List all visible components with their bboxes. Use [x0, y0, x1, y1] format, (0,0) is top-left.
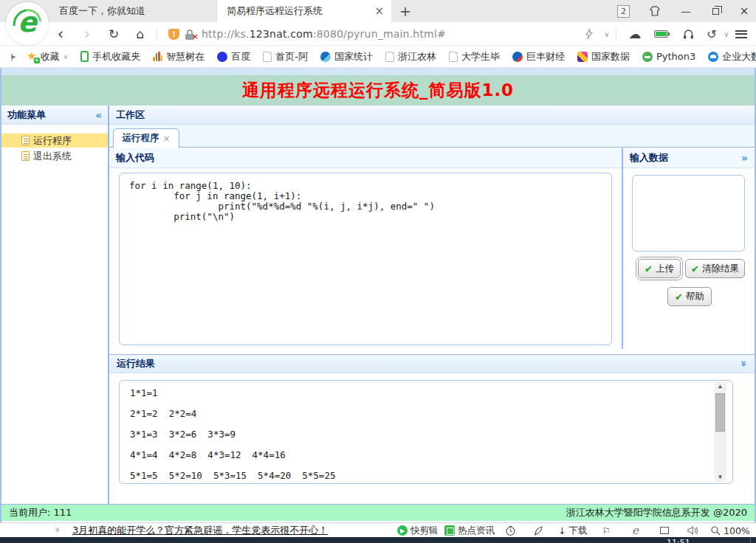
input-data-header: 输入数据 » — [623, 148, 755, 168]
collapse-panel-icon[interactable]: » — [741, 153, 748, 163]
baidu-icon — [217, 52, 227, 62]
main-menu-button[interactable] — [732, 22, 750, 46]
pin-icon: |▸ — [10, 52, 14, 61]
bookmark-python3[interactable]: Python3 — [642, 51, 695, 62]
restore-button[interactable] — [706, 4, 725, 18]
proxy-rocket-button[interactable] — [533, 523, 544, 538]
scroll-up-icon[interactable]: ▲ — [718, 384, 722, 390]
reading-mode-icon[interactable] — [580, 22, 598, 46]
address-bar[interactable]: ! × http://ks.123nat.com:8080/pyrun_main… — [168, 22, 446, 46]
bookmark-baidu[interactable]: 百度 — [217, 50, 250, 63]
help-button[interactable]: ✔ 帮助 — [667, 287, 712, 306]
new-tab-button[interactable]: + — [397, 3, 413, 19]
zoom-control[interactable]: 100% — [710, 523, 750, 538]
security-shield-icon[interactable]: ! — [168, 29, 179, 40]
bookmark-graduate[interactable]: 大学生毕 — [449, 50, 500, 63]
check-icon: ✔ — [645, 263, 653, 274]
headphones-icon — [682, 28, 695, 40]
page-top-strip — [1, 68, 755, 75]
zoom-level: 100% — [724, 525, 750, 536]
mute-button[interactable] — [687, 523, 698, 538]
upload-button[interactable]: ✔ 上传 — [638, 259, 681, 278]
cloud-sync-button[interactable]: ☁ — [626, 22, 644, 46]
audio-headset-button[interactable] — [679, 22, 697, 46]
code-panel-header: 输入代码 — [109, 148, 622, 168]
collapse-sidebar-icon[interactable]: « — [95, 110, 102, 120]
forward-button[interactable]: › — [78, 22, 96, 46]
chevron-down-icon: ∨ — [63, 53, 69, 60]
bookmark-stats-bureau[interactable]: 国家统计 — [320, 50, 373, 63]
quick-clip-tool[interactable]: ▶ 快剪辑 — [397, 523, 439, 538]
workspace-tab-strip: 运行程序 × — [109, 125, 755, 148]
battery-saver-button[interactable] — [654, 30, 668, 38]
window-close-button[interactable]: × — [735, 4, 754, 18]
check-icon: ✔ — [691, 263, 699, 274]
clear-results-button[interactable]: ✔ 清除结果 — [685, 259, 745, 278]
flag-icon: ⚐ — [602, 525, 611, 536]
theme-skin-button[interactable] — [645, 4, 664, 18]
tab-run-program[interactable]: 运行程序 × — [113, 128, 179, 148]
sidebar-item-run-program[interactable]: 运行程序 — [1, 134, 108, 148]
insecure-lock-icon[interactable]: × — [185, 29, 196, 40]
collapse-down-icon[interactable]: » — [738, 360, 749, 367]
sidebar-menu: 运行程序 退出系统 — [1, 125, 108, 163]
tab-close-icon[interactable]: × — [162, 134, 170, 144]
scrollbar-thumb[interactable] — [715, 393, 725, 432]
tab-active-pyrun[interactable]: 简易程序远程运行系统 × — [217, 0, 391, 22]
window-icon — [660, 527, 669, 534]
back-button[interactable]: ‹ — [52, 22, 69, 46]
tab-close-icon[interactable]: × — [374, 4, 384, 18]
lightning-icon — [584, 28, 594, 40]
page-icon — [385, 52, 394, 62]
bookmarks-bar: |▸ ★+ 收藏 ∨ 手机收藏夹 智慧树在 百度 首页-阿 国家统计 浙江农林 — [0, 46, 756, 68]
game-center-button[interactable] — [505, 523, 516, 538]
taskbar-clock[interactable]: 11:51 — [667, 538, 690, 543]
bookmark-sidebar-toggle[interactable]: |▸ — [10, 52, 14, 61]
browser-logo-menu[interactable]: e — [6, 2, 49, 45]
bookmark-enterprise-data[interactable]: 企业大数 — [708, 50, 756, 63]
result-panel-header: 运行结果 » — [109, 354, 755, 373]
sidebar-item-exit-system[interactable]: 退出系统 — [1, 149, 108, 163]
windows-taskbar[interactable]: 11:51 — [0, 537, 756, 543]
current-user-label: 当前用户: 111 — [9, 506, 72, 519]
data-input[interactable] — [632, 175, 745, 252]
screen: e 百度一下，你就知道 简易程序远程运行系统 × + 2 — × ‹ › ↻ ⌂… — [0, 0, 756, 543]
bookmark-national-data[interactable]: 国家数据 — [577, 50, 630, 63]
report-flag-button[interactable]: ⚐ — [602, 523, 611, 538]
bookmark-zhihuishu[interactable]: 智慧树在 — [153, 50, 205, 63]
workspace: 工作区 运行程序 × 输入代码 for i in range(1, 10): f… — [109, 106, 755, 504]
credit-label: 浙江农林大学暨阳学院信息系开发 @2020 — [566, 506, 747, 519]
tab-baidu[interactable]: 百度一下，你就知道 — [49, 0, 217, 22]
result-panel: 运行结果 » 1*1=1 2*1=2 2*2=4 3*1=3 3*2=6 3*3… — [109, 354, 755, 504]
scroll-down-icon[interactable]: ▼ — [718, 474, 722, 480]
tshirt-icon — [648, 5, 662, 17]
result-scrollbar[interactable]: ▲ ▼ — [714, 382, 726, 482]
jufeng-icon — [512, 52, 523, 62]
bookmark-favorites[interactable]: ★+ 收藏 ∨ — [27, 50, 68, 63]
address-dropdown-caret[interactable]: ∨ — [598, 22, 616, 46]
bookmark-jufeng[interactable]: 巨丰财经 — [512, 50, 565, 63]
bookmark-phone-favorites[interactable]: 手机收藏夹 — [80, 50, 140, 63]
tab-title: 百度一下，你就知道 — [59, 4, 145, 18]
download-tool[interactable]: ↓ 下载 — [558, 523, 587, 538]
news-ticker-link[interactable]: 3月初真的能开学么？官方紧急辟谣，学生党表示很不开心！ — [72, 524, 328, 537]
result-output[interactable]: 1*1=1 2*1=2 2*2=4 3*1=3 3*2=6 3*3=9 4*1=… — [119, 380, 733, 484]
bookmark-homepage[interactable]: 首页-阿 — [263, 50, 308, 63]
code-input[interactable]: for i in range(1, 10): for j in range(1,… — [119, 173, 612, 345]
minimize-button[interactable]: — — [676, 4, 695, 18]
workspace-main: 输入代码 for i in range(1, 10): for j in ran… — [109, 148, 755, 504]
bookmark-zafu[interactable]: 浙江农林 — [385, 50, 436, 63]
download-icon: ↓ — [558, 525, 566, 536]
split-window-button[interactable] — [660, 523, 669, 538]
rocket-icon — [533, 525, 544, 536]
enterprise-icon — [708, 52, 718, 62]
tab-count-badge[interactable]: 2 — [617, 5, 630, 18]
ie-mode-button[interactable]: e — [632, 523, 639, 538]
news-expand-icon[interactable]: » — [52, 527, 63, 532]
refresh-button[interactable]: ↻ — [105, 22, 123, 46]
ie-icon: e — [632, 524, 639, 537]
tab-title: 简易程序远程运行系统 — [227, 4, 323, 18]
hot-news-tool[interactable]: 热点资讯 — [444, 523, 495, 538]
home-button[interactable]: ⌂ — [131, 22, 149, 46]
url-text[interactable]: http://ks.123nat.com:8080/pyrun_main.htm… — [202, 28, 446, 40]
